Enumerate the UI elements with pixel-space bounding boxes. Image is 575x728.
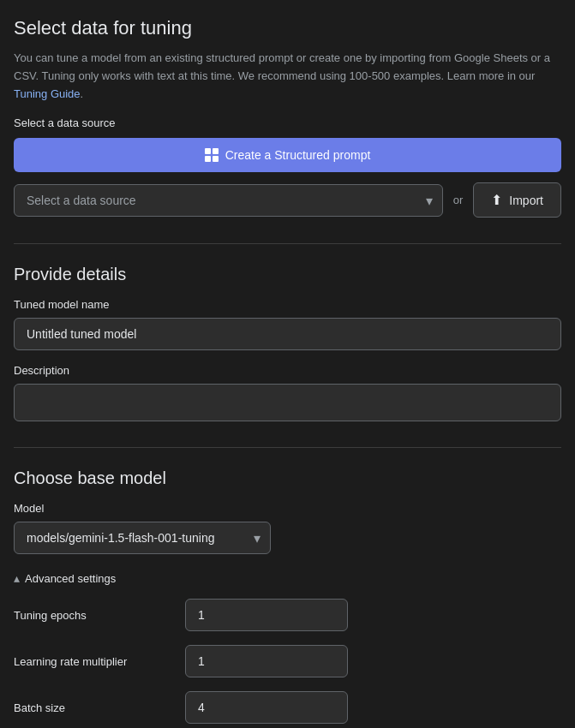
model-name-input[interactable] [14, 318, 561, 350]
divider-1 [14, 243, 561, 244]
or-text: or [453, 194, 464, 206]
upload-icon: ⬆ [491, 192, 502, 208]
description-label: Description [14, 364, 561, 377]
advanced-settings-content: Tuning epochs Learning rate multiplier B… [14, 599, 561, 724]
batch-size-row: Batch size [14, 691, 561, 724]
tuning-epochs-row: Tuning epochs [14, 599, 561, 631]
import-button-label: Import [509, 194, 543, 207]
description-field-group: Description [14, 364, 561, 421]
tuning-epochs-label: Tuning epochs [14, 609, 185, 622]
choose-model-section: Choose base model Model models/gemini-1.… [14, 468, 561, 554]
batch-size-input[interactable] [185, 691, 348, 724]
page-description: You can tune a model from an existing st… [14, 50, 561, 103]
create-structured-prompt-button[interactable]: Create a Structured prompt [14, 138, 561, 172]
base-model-select[interactable]: models/gemini-1.5-flash-001-tuning [14, 522, 271, 554]
data-source-label: Select a data source [14, 116, 561, 129]
tuning-epochs-input[interactable] [185, 599, 348, 631]
data-source-select-wrapper: Select a data source ▾ [14, 184, 443, 217]
divider-2 [14, 447, 561, 448]
model-name-field-group: Tuned model name [14, 298, 561, 350]
data-source-select[interactable]: Select a data source [14, 184, 443, 217]
advanced-settings-label: Advanced settings [25, 572, 116, 585]
tuning-guide-link[interactable]: Tuning Guide [14, 87, 81, 100]
advanced-settings-toggle[interactable]: ▴ Advanced settings [14, 571, 561, 585]
model-name-label: Tuned model name [14, 298, 561, 311]
model-select-label: Model [14, 502, 561, 515]
chevron-up-icon: ▴ [14, 571, 20, 585]
batch-size-label: Batch size [14, 701, 185, 714]
provide-details-section: Provide details Tuned model name Descrip… [14, 265, 561, 421]
create-structured-prompt-label: Create a Structured prompt [225, 148, 371, 162]
learning-rate-label: Learning rate multiplier [14, 655, 185, 668]
page-container: Select data for tuning You can tune a mo… [0, 0, 575, 728]
grid-icon [205, 148, 219, 162]
description-input[interactable] [14, 384, 561, 421]
provide-details-title: Provide details [14, 265, 561, 284]
model-select-wrapper: models/gemini-1.5-flash-001-tuning ▾ [14, 522, 271, 554]
import-button[interactable]: ⬆ Import [473, 182, 561, 218]
description-text-start: You can tune a model from an existing st… [14, 51, 550, 82]
page-title: Select data for tuning [14, 17, 561, 39]
data-source-row: Select a data source ▾ or ⬆ Import [14, 182, 561, 218]
choose-model-title: Choose base model [14, 468, 561, 488]
learning-rate-input[interactable] [185, 645, 348, 677]
learning-rate-row: Learning rate multiplier [14, 645, 561, 677]
